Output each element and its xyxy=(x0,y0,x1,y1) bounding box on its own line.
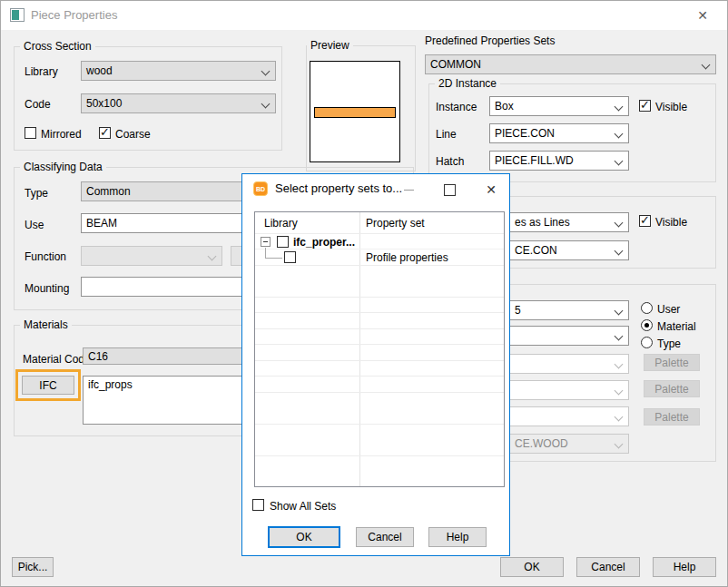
piece-wood-combo: CE.WOOD xyxy=(510,434,629,454)
parent-checkbox[interactable] xyxy=(277,236,289,248)
use-value: BEAM xyxy=(86,217,117,230)
close-icon[interactable]: ✕ xyxy=(693,6,713,24)
palette-button-label: Palette xyxy=(654,411,688,424)
tree-child-row[interactable]: Profile properties xyxy=(255,249,504,266)
palette-button-2: Palette xyxy=(644,380,700,397)
chevron-down-icon xyxy=(615,247,624,256)
ifc-props-value: ifc_props xyxy=(88,378,133,391)
pieces-as-lines-combo[interactable]: es as Lines xyxy=(510,212,629,232)
type-value: Common xyxy=(86,185,131,198)
parent-library-label: ifc_proper... xyxy=(293,236,355,249)
tree-parent-row[interactable]: ifc_proper... xyxy=(255,234,504,249)
maximize-icon[interactable] xyxy=(438,181,460,198)
piece-properties-dialog: Piece Properties ✕ Cross Section Library… xyxy=(0,0,728,587)
line-label: Line xyxy=(436,128,457,141)
line-combo[interactable]: PIECE.CON xyxy=(489,123,629,143)
user-radio[interactable] xyxy=(641,302,653,314)
close-icon[interactable]: ✕ xyxy=(480,181,502,199)
main-cancel-label: Cancel xyxy=(591,561,625,573)
right-line-combo[interactable]: CE.CON xyxy=(510,240,629,260)
user-radio-label: User xyxy=(657,303,680,316)
instance-value: Box xyxy=(495,100,514,113)
color-value-fragment: 5 xyxy=(515,304,521,317)
predefined-sets-combo[interactable]: COMMON xyxy=(425,54,716,74)
app-icon xyxy=(10,8,25,22)
predefined-sets-value: COMMON xyxy=(430,58,481,71)
show-all-sets-checkbox[interactable] xyxy=(252,499,264,511)
chevron-down-icon xyxy=(261,67,271,76)
type-label: Type xyxy=(25,187,48,200)
pieces-as-lines-value: es as Lines xyxy=(515,216,570,229)
predefined-sets-label: Predefined Properties Sets xyxy=(425,34,555,47)
popup-cancel-label: Cancel xyxy=(368,531,401,543)
right-visible-checkbox[interactable] xyxy=(639,215,651,227)
collapse-icon[interactable] xyxy=(261,237,271,247)
chevron-down-icon xyxy=(615,332,624,341)
preview-canvas xyxy=(310,61,400,162)
chevron-down-icon xyxy=(615,103,624,112)
hatch-label: Hatch xyxy=(436,155,464,168)
line-value: PIECE.CON xyxy=(495,127,555,140)
page-title: Piece Properties xyxy=(31,8,117,22)
empty-list-rows xyxy=(255,266,504,485)
classifying-data-title: Classifying Data xyxy=(20,161,106,173)
right-visible-label: Visible xyxy=(655,216,687,229)
popup-help-button[interactable]: Help xyxy=(428,527,487,547)
chevron-down-icon xyxy=(615,360,624,369)
type-radio-label: Type xyxy=(657,338,681,350)
main-ok-button[interactable]: OK xyxy=(500,557,564,577)
property-set-list[interactable]: Library Property set ifc_proper... Profi… xyxy=(254,211,505,487)
list-header: Library Property set xyxy=(255,212,504,234)
palette-button-3: Palette xyxy=(644,408,700,426)
palette-button-label: Palette xyxy=(654,383,688,396)
use-label: Use xyxy=(25,219,44,231)
chevron-down-icon xyxy=(615,219,624,228)
code-combo[interactable]: 50x100 xyxy=(81,93,276,113)
right-line-value: CE.CON xyxy=(515,244,557,257)
color-value-combo[interactable]: 5 xyxy=(510,300,629,320)
popup-title: Select property sets to... xyxy=(275,181,402,195)
chevron-down-icon xyxy=(615,157,624,166)
instance-visible-checkbox[interactable] xyxy=(639,100,651,112)
library-value: wood xyxy=(86,64,113,77)
library-label: Library xyxy=(25,65,58,78)
popup-ok-label: OK xyxy=(296,531,311,543)
preview-title: Preview xyxy=(307,39,353,52)
popup-titlebar[interactable]: BD Select property sets to... ✕ xyxy=(242,174,509,203)
color-empty-combo[interactable] xyxy=(510,326,629,346)
chevron-down-icon xyxy=(261,100,271,109)
mirrored-checkbox[interactable] xyxy=(25,127,36,139)
chevron-down-icon xyxy=(615,307,624,316)
popup-help-label: Help xyxy=(447,531,469,543)
material-radio-label: Material xyxy=(657,320,696,333)
material-radio[interactable] xyxy=(641,319,653,331)
instance-visible-label: Visible xyxy=(655,101,687,113)
pick-button[interactable]: Pick... xyxy=(12,557,54,577)
main-ok-label: OK xyxy=(524,561,539,573)
chevron-down-icon xyxy=(615,386,624,396)
preview-cross-section-bar xyxy=(314,107,396,118)
minimize-icon[interactable] xyxy=(398,181,420,198)
popup-cancel-button[interactable]: Cancel xyxy=(356,527,414,547)
chevron-down-icon xyxy=(615,130,624,139)
chevron-down-icon xyxy=(615,440,624,449)
child-checkbox[interactable] xyxy=(284,251,296,263)
palette-button-1: Palette xyxy=(644,354,700,371)
chevron-down-icon xyxy=(615,413,624,422)
code-label: Code xyxy=(25,98,51,111)
hatch-combo[interactable]: PIECE.FILL.WD xyxy=(489,151,629,171)
cross-section-title: Cross Section xyxy=(20,40,95,53)
coarse-checkbox[interactable] xyxy=(99,127,111,139)
instance-combo[interactable]: Box xyxy=(489,96,629,116)
main-help-button[interactable]: Help xyxy=(653,557,716,577)
coarse-label: Coarse xyxy=(115,128,151,141)
library-combo[interactable]: wood xyxy=(81,61,276,81)
function-label: Function xyxy=(25,250,66,263)
main-cancel-button[interactable]: Cancel xyxy=(576,557,640,577)
ifc-button[interactable]: IFC xyxy=(22,376,74,395)
type-radio[interactable] xyxy=(641,337,653,348)
main-help-label: Help xyxy=(674,561,696,573)
palette-combo-2 xyxy=(510,380,629,400)
mirrored-label: Mirrored xyxy=(41,128,82,141)
popup-ok-button[interactable]: OK xyxy=(268,526,340,548)
